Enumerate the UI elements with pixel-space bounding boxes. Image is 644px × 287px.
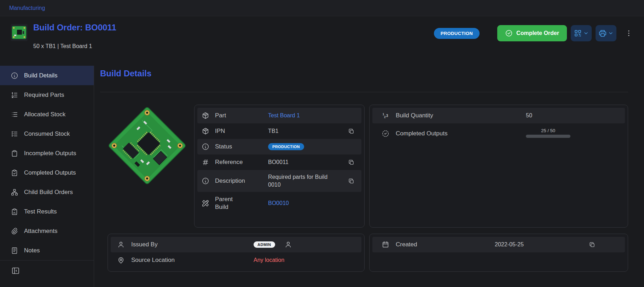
label-issued-by: Issued By: [131, 241, 254, 248]
build-quantity-value: 50: [526, 112, 621, 119]
detail-label-description: Description: [215, 177, 268, 184]
part-image[interactable]: [106, 105, 188, 187]
sidebar-item-label: Completed Outputs: [24, 169, 76, 176]
complete-order-button[interactable]: Complete Order: [497, 25, 567, 41]
reference-value: BO0011: [268, 159, 346, 165]
detail-row-ipn: IPN TB1: [197, 123, 361, 139]
sidebar-item-allocated-stock[interactable]: Allocated Stock: [0, 105, 94, 124]
sidebar-item-child-build-orders[interactable]: Child Build Orders: [0, 182, 94, 202]
clipboard-icon: [11, 150, 18, 157]
build-details-panel: Part Test Board 1 IPN TB1 Status PRODUCT…: [194, 105, 365, 228]
barcode-actions-button[interactable]: [571, 25, 592, 41]
qrcode-icon: [574, 29, 582, 37]
print-actions-button[interactable]: [596, 25, 616, 41]
sidebar-item-label: Child Build Orders: [24, 189, 73, 196]
svg-text:2: 2: [384, 116, 386, 119]
sidebar-item-label: Required Parts: [24, 92, 64, 99]
row-created: Created 2022-05-25: [372, 237, 625, 252]
panel-heading: Build Details: [100, 69, 151, 78]
detail-label-status: Status: [215, 143, 268, 150]
circle-check-icon: [505, 29, 513, 37]
detail-row-parent-build: Parent Build BO0010: [197, 192, 361, 215]
sitemap-icon: [11, 188, 18, 196]
detail-row-description: Description Required parts for Build 001…: [197, 170, 361, 192]
sidebar-item-label: Notes: [24, 247, 40, 254]
copy-icon: [348, 128, 355, 135]
copy-icon: [348, 178, 355, 184]
sidebar-item-test-results[interactable]: Test Results: [0, 202, 94, 221]
breadcrumb: Manufacturing: [0, 0, 644, 16]
sidebar-item-completed-outputs[interactable]: Completed Outputs: [0, 163, 94, 182]
row-issued-by: Issued By ADMIN: [111, 237, 361, 252]
sidebar-item-attachments[interactable]: Attachments: [0, 221, 94, 241]
info-circle-icon: [202, 143, 215, 151]
description-value: Required parts for Build 0010: [268, 170, 330, 192]
stat-label-completed-outputs: Completed Outputs: [396, 130, 526, 137]
detail-label-reference: Reference: [215, 159, 268, 166]
heading-divider: [100, 92, 628, 92]
more-actions-button[interactable]: [623, 25, 634, 41]
progress-check-icon: [382, 130, 396, 137]
pcb-image: [106, 105, 187, 186]
sidebar-item-build-details[interactable]: Build Details: [0, 66, 94, 85]
chevron-down-icon: [583, 30, 589, 36]
main-content: Build Details: [94, 66, 644, 287]
sidebar-item-label: Build Details: [24, 72, 58, 79]
page-header: Build Order: BO0011 50 x TB1 | Test Boar…: [0, 16, 644, 58]
label-source-location: Source Location: [131, 257, 254, 264]
notes-icon: [11, 247, 18, 254]
numbers-123-icon: 1 2 3: [382, 112, 396, 119]
clipboard-check-icon: [11, 169, 18, 177]
package-icon: [202, 112, 215, 119]
info-circle-icon: [202, 177, 215, 185]
package-icon: [202, 127, 215, 135]
page-subtitle: 50 x TB1 | Test Board 1: [33, 43, 92, 49]
detail-label-ipn: IPN: [215, 128, 268, 135]
source-location-value: Any location: [254, 257, 357, 263]
completed-outputs-progress: 25 / 50: [526, 128, 570, 138]
calendar-icon: [382, 241, 396, 248]
ipn-value: TB1: [268, 128, 346, 134]
progress-label: 25 / 50: [526, 128, 570, 133]
stat-row-build-quantity: 1 2 3 Build Quantity 50: [372, 108, 625, 123]
list-check-icon: [11, 130, 18, 138]
sidebar-item-incomplete-outputs[interactable]: Incomplete Outputs: [0, 144, 94, 163]
sidebar-item-label: Consumed Stock: [24, 130, 70, 137]
part-link[interactable]: Test Board 1: [268, 112, 346, 119]
build-stats-panel: 1 2 3 Build Quantity 50 Completed Output…: [369, 105, 628, 228]
map-pin-icon: [117, 256, 131, 264]
part-thumbnail[interactable]: [11, 24, 28, 41]
pcb-thumbnail-image: [11, 24, 28, 41]
copy-button[interactable]: [346, 157, 356, 168]
sidebar-item-notes[interactable]: Notes: [0, 241, 94, 260]
row-source-location: Source Location Any location: [111, 252, 361, 268]
user-avatar-icon: [284, 241, 292, 248]
page-title: Build Order: BO0011: [33, 23, 116, 33]
sidebar-item-label: Incomplete Outputs: [24, 150, 76, 157]
progress-bar: [526, 135, 570, 138]
detail-row-reference: Reference BO0011: [197, 154, 361, 170]
copy-button[interactable]: [587, 239, 597, 250]
sidebar-item-label: Test Results: [24, 208, 57, 215]
status-badge: PRODUCTION: [268, 143, 304, 150]
sidebar-collapse-icon[interactable]: [11, 266, 20, 275]
parent-build-link[interactable]: BO0010: [268, 200, 346, 206]
copy-icon: [348, 159, 355, 166]
copy-button[interactable]: [346, 126, 356, 136]
sidebar-item-consumed-stock[interactable]: Consumed Stock: [0, 124, 94, 144]
dots-vertical-icon: [625, 29, 633, 37]
sidebar-item-label: Attachments: [24, 228, 58, 235]
breadcrumb-manufacturing-link[interactable]: Manufacturing: [9, 5, 45, 11]
sidebar-item-required-parts[interactable]: Required Parts: [0, 85, 94, 105]
issued-panel: Issued By ADMIN Source Location Any loca…: [108, 234, 365, 272]
sidebar-item-label: Allocated Stock: [24, 111, 65, 118]
copy-button[interactable]: [346, 176, 356, 186]
label-created: Created: [396, 241, 495, 248]
sidebar: Build Details Required Parts Allocated S…: [0, 66, 94, 287]
tools-icon: [202, 199, 215, 207]
info-circle-icon: [11, 72, 18, 80]
clipboard-data-icon: [11, 208, 18, 216]
stat-row-completed-outputs: Completed Outputs 25 / 50: [372, 123, 625, 144]
detail-label-part: Part: [215, 112, 268, 119]
header-controls: PRODUCTION Complete Order: [434, 25, 634, 41]
